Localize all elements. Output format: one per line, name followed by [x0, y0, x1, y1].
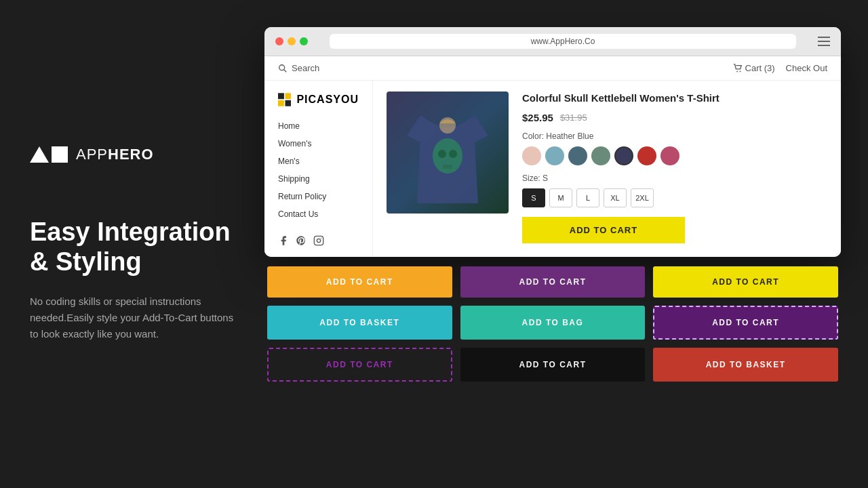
sample-btn-black[interactable]: ADD TO CART — [460, 348, 646, 382]
sample-btn-purple-outline[interactable]: ADD TO CART — [267, 348, 452, 382]
store-logo-text: PICASYOU — [296, 94, 359, 106]
sample-btn-red[interactable]: ADD TO BASKET — [653, 348, 838, 382]
svg-rect-14 — [443, 165, 452, 169]
brand-name: APPHERO — [76, 146, 154, 163]
brand-logo: APPHERO — [30, 146, 235, 163]
cart-link[interactable]: Cart (3) — [733, 63, 775, 73]
nav-home[interactable]: Home — [278, 121, 359, 131]
svg-rect-6 — [278, 100, 284, 106]
browser-window: www.AppHero.Co Search — [264, 27, 841, 257]
search-area[interactable]: Search — [278, 63, 319, 73]
nav-contact-us[interactable]: Contact Us — [278, 209, 359, 219]
product-pricing: $25.95 $31.95 — [522, 112, 827, 123]
store-product: Colorful Skull Kettlebell Women's T-Shir… — [373, 81, 841, 257]
nav-womens[interactable]: Women's — [278, 139, 359, 148]
svg-rect-8 — [314, 236, 323, 245]
product-image — [387, 92, 509, 214]
svg-point-13 — [449, 150, 457, 158]
sample-btn-teal[interactable]: ADD TO BASKET — [267, 306, 452, 340]
color-swatch-pink[interactable] — [522, 146, 541, 165]
size-xl[interactable]: XL — [604, 188, 627, 207]
brand-triangle-icon — [30, 146, 49, 163]
tshirt-svg — [400, 95, 495, 210]
nav-shipping[interactable]: Shipping — [278, 174, 359, 184]
store-sidebar: PICASYOU Home Women's Men's Shipping Ret… — [264, 81, 373, 257]
size-s[interactable]: S — [522, 188, 545, 207]
cart-area: Cart (3) Check Out — [733, 63, 827, 73]
svg-point-3 — [739, 70, 741, 72]
svg-rect-7 — [285, 100, 292, 106]
price-original: $31.95 — [560, 113, 587, 123]
svg-point-12 — [438, 150, 446, 158]
main-add-to-cart-button[interactable]: ADD TO CART — [522, 217, 685, 243]
browser-dots — [275, 37, 308, 45]
sample-btn-orange[interactable]: ADD TO CART — [267, 266, 452, 298]
color-swatch-light-blue[interactable] — [545, 146, 564, 165]
product-info: Colorful Skull Kettlebell Women's T-Shir… — [522, 92, 827, 246]
svg-line-1 — [284, 69, 287, 72]
store-nav: Home Women's Men's Shipping Return Polic… — [278, 121, 359, 219]
search-label: Search — [292, 63, 319, 73]
color-swatches — [522, 146, 827, 165]
pinterest-icon[interactable] — [296, 235, 307, 246]
store-social — [278, 235, 359, 246]
svg-point-0 — [279, 64, 285, 70]
facebook-icon[interactable] — [278, 235, 289, 246]
cart-label: Cart (3) — [745, 63, 775, 73]
description: No coding skills or special instructions… — [30, 293, 235, 342]
button-samples: ADD TO CART ADD TO CART ADD TO CART ADD … — [264, 266, 841, 382]
store-header: Search Cart (3) Check Out — [264, 56, 841, 81]
svg-point-2 — [736, 70, 738, 72]
store-body: PICASYOU Home Women's Men's Shipping Ret… — [264, 81, 841, 257]
left-panel: APPHERO Easy Integration & Styling No co… — [0, 0, 264, 488]
maximize-dot[interactable] — [300, 37, 308, 45]
svg-point-9 — [317, 239, 320, 242]
search-icon — [278, 64, 288, 73]
cart-icon — [733, 64, 743, 73]
sample-btn-purple-dashed[interactable]: ADD TO CART — [653, 306, 838, 340]
headline: Easy Integration & Styling — [30, 218, 235, 277]
sample-btn-green-teal[interactable]: Add To Bag — [460, 306, 646, 340]
color-label: Color: Heather Blue — [522, 131, 827, 141]
checkout-label[interactable]: Check Out — [786, 63, 827, 73]
svg-rect-4 — [278, 93, 284, 99]
store-logo: PICASYOU — [278, 92, 359, 108]
nav-mens[interactable]: Men's — [278, 157, 359, 166]
size-label: Size: S — [522, 174, 827, 183]
color-swatch-teal[interactable] — [568, 146, 587, 165]
color-swatch-green[interactable] — [591, 146, 610, 165]
browser-titlebar: www.AppHero.Co — [264, 27, 841, 56]
product-title: Colorful Skull Kettlebell Women's T-Shir… — [522, 92, 827, 105]
size-l[interactable]: L — [576, 188, 599, 207]
sample-btn-purple[interactable]: ADD TO CART — [460, 266, 646, 298]
product-image-area — [387, 92, 509, 246]
brand-square-icon — [52, 146, 68, 163]
price-current: $25.95 — [522, 112, 553, 123]
url-bar[interactable]: www.AppHero.Co — [330, 34, 796, 49]
svg-point-10 — [321, 238, 321, 239]
size-options: S M L XL 2XL — [522, 188, 827, 207]
store-logo-icon — [278, 92, 291, 108]
sample-btn-yellow[interactable]: ADD TO CART — [653, 266, 838, 298]
color-swatch-red[interactable] — [637, 146, 656, 165]
close-dot[interactable] — [275, 37, 283, 45]
color-swatch-heather-blue[interactable] — [614, 146, 633, 165]
brand-icon — [30, 146, 68, 163]
minimize-dot[interactable] — [288, 37, 296, 45]
right-panel: www.AppHero.Co Search — [264, 0, 868, 488]
instagram-icon[interactable] — [313, 235, 324, 246]
svg-rect-5 — [285, 93, 292, 99]
hamburger-menu-icon[interactable] — [818, 37, 830, 46]
size-2xl[interactable]: 2XL — [631, 188, 654, 207]
store-content: Search Cart (3) Check Out — [264, 56, 841, 257]
nav-return-policy[interactable]: Return Policy — [278, 192, 359, 201]
size-m[interactable]: M — [549, 188, 572, 207]
color-swatch-pink2[interactable] — [660, 146, 679, 165]
